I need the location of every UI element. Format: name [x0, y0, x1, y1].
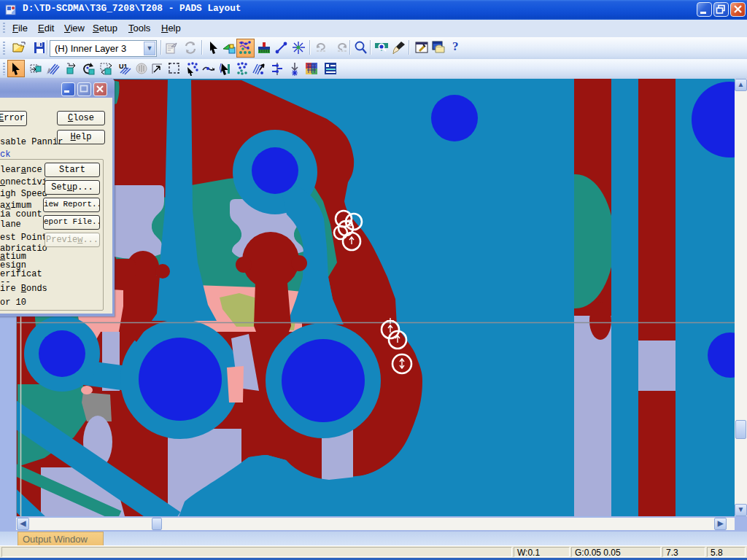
svg-text:U1: U1	[119, 63, 128, 70]
